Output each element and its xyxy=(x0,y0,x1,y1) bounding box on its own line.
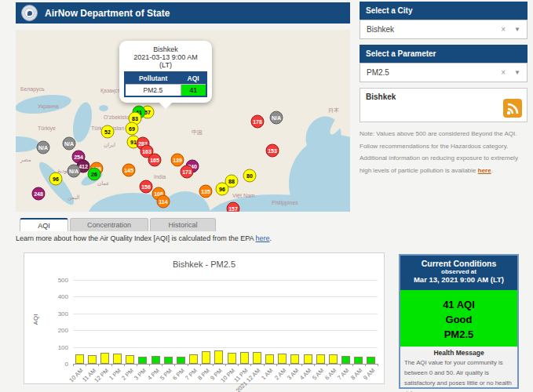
learn-more-here-link[interactable]: here xyxy=(256,234,270,242)
chart-x-label: 9 AM xyxy=(362,367,376,381)
chart-x-label: 2 PM xyxy=(120,367,135,382)
aqi-marker[interactable]: N/A xyxy=(63,137,76,151)
city-select[interactable]: Bishkek × ▼ xyxy=(360,20,528,39)
tab-concentration[interactable]: Concentration xyxy=(70,218,148,231)
chart-x-label: 1 PM xyxy=(108,367,122,382)
chart-x-tick xyxy=(314,364,315,366)
page-title: AirNow Department of State xyxy=(45,8,170,19)
aqi-marker[interactable]: N/A xyxy=(37,141,50,154)
parameter-panel-title: Select a Parameter xyxy=(360,45,528,63)
city-panel: Select a City Bishkek × ▼ xyxy=(360,2,528,39)
parameter-clear-icon[interactable]: × xyxy=(501,68,506,77)
aqi-marker[interactable]: 52 xyxy=(101,125,115,139)
aqi-marker[interactable]: 96 xyxy=(49,172,63,186)
conditions-aqi-section: 41 AQI Good PM2.5 xyxy=(400,290,517,347)
aqi-marker[interactable]: 80 xyxy=(243,169,257,183)
parameter-select[interactable]: PM2.5 × ▼ xyxy=(360,63,528,82)
chart-bar[interactable] xyxy=(177,357,185,364)
chart-bar[interactable] xyxy=(202,351,210,364)
aqi-marker[interactable]: 156 xyxy=(140,180,153,194)
chart-x-label: 6 AM xyxy=(323,367,338,381)
chart-gridline xyxy=(73,296,378,297)
chart-x-label: 7 PM xyxy=(184,367,199,382)
popup-lt: (LT) xyxy=(124,61,207,69)
city-panel-title: Select a City xyxy=(360,2,528,20)
chart-x-label: 3 AM xyxy=(286,367,300,381)
chart-bar[interactable] xyxy=(214,350,223,364)
aqi-marker[interactable]: 145 xyxy=(122,164,136,177)
chart-bar[interactable] xyxy=(253,352,261,364)
tab-historical[interactable]: Historical xyxy=(150,218,216,231)
aqi-marker[interactable]: 248 xyxy=(32,187,46,201)
aqi-marker[interactable]: 135 xyxy=(199,185,213,198)
rss-icon[interactable] xyxy=(503,99,522,118)
chart-x-tick xyxy=(264,364,265,366)
aqi-marker[interactable]: 26 xyxy=(88,168,101,181)
chart-bar[interactable] xyxy=(88,355,97,364)
aqi-marker[interactable]: 153 xyxy=(266,144,279,158)
chart-bar[interactable] xyxy=(113,354,122,364)
chart-bar[interactable] xyxy=(240,352,249,364)
map-country-label: ايران xyxy=(104,142,115,148)
chart-x-tick xyxy=(73,364,74,366)
parameter-chevron-down-icon[interactable]: ▼ xyxy=(514,69,520,76)
note-here-link[interactable]: here xyxy=(478,167,491,174)
chart-x-tick xyxy=(98,364,99,366)
chart-bar[interactable] xyxy=(329,354,338,364)
aqi-marker[interactable]: 173 xyxy=(181,165,194,179)
rss-feed-box: Bishkek xyxy=(360,88,528,122)
conditions-pollutant: PM2.5 xyxy=(400,328,517,343)
chart-x-tick xyxy=(200,364,201,366)
conditions-observed-label: observed at xyxy=(400,268,517,275)
chart-title: Bishkek - PM2.5 xyxy=(24,260,384,269)
conditions-header: Current Conditions observed at Mar 13, 2… xyxy=(400,256,517,290)
dos-seal-icon xyxy=(21,5,38,21)
chart-bar[interactable] xyxy=(316,354,325,364)
chart-bar[interactable] xyxy=(367,357,375,364)
tab-bar: AQI Concentration Historical xyxy=(20,218,217,231)
chart-bar[interactable] xyxy=(138,357,147,364)
chart-x-tick xyxy=(137,364,137,366)
parameter-panel: Select a Parameter PM2.5 × ▼ xyxy=(360,45,528,82)
city-chevron-down-icon[interactable]: ▼ xyxy=(514,26,520,33)
chart-bar[interactable] xyxy=(126,355,134,364)
chart-x-tick xyxy=(365,364,366,366)
map-country-label: مصر xyxy=(20,157,31,163)
aqi-marker[interactable]: 178 xyxy=(251,115,265,129)
aqi-marker[interactable]: N/A xyxy=(270,111,283,125)
map[interactable]: БеларусьУкраинаTürkiyeҚазақстанO'zbekist… xyxy=(16,30,350,212)
map-water-shape xyxy=(70,100,95,143)
chart-bar[interactable] xyxy=(278,354,287,364)
chart-x-label: 7 AM xyxy=(336,367,350,381)
chart-bar[interactable] xyxy=(152,356,160,364)
aqi-marker[interactable]: 114 xyxy=(157,195,170,209)
chart-x-tick xyxy=(301,364,302,366)
chart-bar[interactable] xyxy=(341,356,350,364)
city-clear-icon[interactable]: × xyxy=(501,25,506,34)
aqi-marker[interactable]: 96 xyxy=(216,183,229,196)
aqi-marker[interactable]: 157 xyxy=(227,202,240,212)
chart-bar[interactable] xyxy=(354,357,363,364)
chart-bar[interactable] xyxy=(304,354,312,364)
aqi-marker[interactable]: N/A xyxy=(68,165,81,178)
chart-bar[interactable] xyxy=(265,354,274,364)
chart-bar[interactable] xyxy=(164,357,173,364)
chart-bar[interactable] xyxy=(75,354,84,364)
chart-x-label: 5 AM xyxy=(311,367,325,381)
aqi-marker[interactable]: 139 xyxy=(171,154,184,167)
tab-aqi[interactable]: AQI xyxy=(20,218,68,231)
chart-bar[interactable] xyxy=(189,354,198,364)
aqi-chart: Bishkek - PM2.5 AQI 10 AM11 AM12 PM1 PM2… xyxy=(24,252,385,384)
chart-x-label: 6 PM xyxy=(171,367,186,382)
chart-x-label: 1 AM xyxy=(260,367,274,381)
chart-bar[interactable] xyxy=(290,354,299,364)
parameter-select-value: PM2.5 xyxy=(367,68,389,77)
chart-gridline xyxy=(73,347,378,348)
chart-bar[interactable] xyxy=(100,353,109,364)
learn-more-text: Learn more about how the Air Quality Ind… xyxy=(16,234,272,242)
map-country-label: Беларусь xyxy=(20,86,45,92)
chart-bar[interactable] xyxy=(228,353,236,364)
aqi-marker[interactable]: 69 xyxy=(126,122,139,136)
map-country-label: اليمن xyxy=(68,194,80,201)
aqi-marker[interactable]: 165 xyxy=(148,154,162,167)
